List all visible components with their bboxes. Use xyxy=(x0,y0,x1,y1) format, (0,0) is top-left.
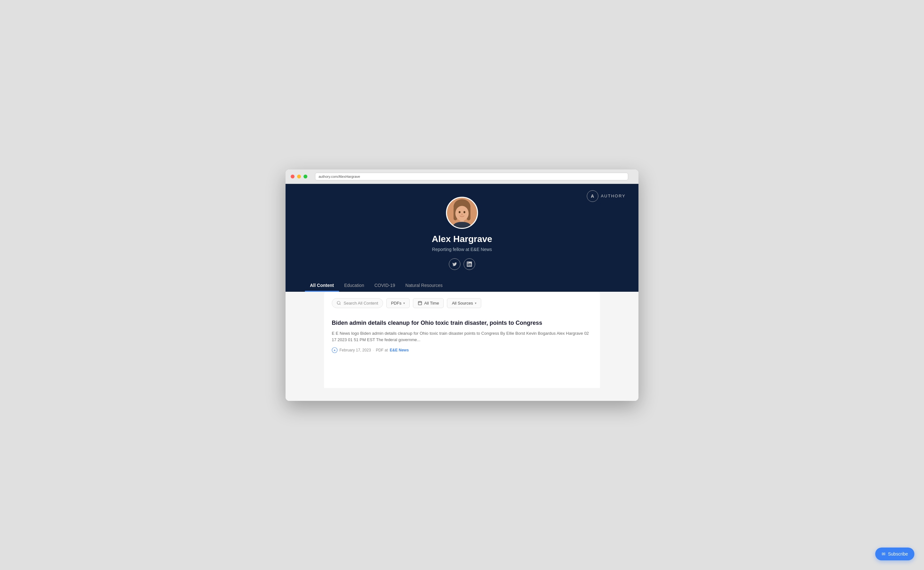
url-bar[interactable]: authory.com/AlexHargrave xyxy=(315,173,628,180)
sources-filter[interactable]: All Sources ▾ xyxy=(447,298,481,308)
logo-icon: A xyxy=(587,190,598,202)
chevron-down-icon-sources: ▾ xyxy=(475,301,476,305)
browser-window: authory.com/AlexHargrave A AUTHORY xyxy=(286,170,638,401)
author-name: Alex Hargrave xyxy=(286,234,638,244)
article-type: PDF at xyxy=(376,348,387,352)
close-button[interactable] xyxy=(291,175,295,178)
sources-filter-label: All Sources xyxy=(452,301,473,305)
svg-point-6 xyxy=(464,211,465,213)
article-source-link[interactable]: E&E News xyxy=(390,348,409,352)
article-date: February 17, 2023 xyxy=(340,348,371,352)
search-input[interactable]: Search All Content xyxy=(332,298,383,308)
meta-separator: · xyxy=(373,348,374,352)
content-area: Search All Content PDFs ▾ All Time xyxy=(324,292,600,388)
social-links xyxy=(286,258,638,270)
authory-icon: A xyxy=(332,347,338,353)
browser-chrome: authory.com/AlexHargrave xyxy=(286,170,638,184)
calendar-icon xyxy=(418,301,422,305)
author-title: Reporting fellow at E&E News xyxy=(286,247,638,252)
tab-natural-resources[interactable]: Natural Resources xyxy=(401,279,448,292)
time-filter[interactable]: All Time xyxy=(413,298,444,308)
svg-text:A: A xyxy=(333,349,336,352)
chevron-down-icon: ▾ xyxy=(403,301,405,305)
hero-section: A AUTHORY xyxy=(286,184,638,292)
subscribe-button[interactable]: ✉ Subscribe xyxy=(875,547,914,560)
avatar-image xyxy=(447,198,477,228)
search-icon xyxy=(337,301,341,305)
article-card: Biden admin details cleanup for Ohio tox… xyxy=(332,316,592,357)
subscribe-label: Subscribe xyxy=(888,552,908,556)
article-excerpt: E E News logo Biden admin details cleanu… xyxy=(332,330,592,344)
filters-row: Search All Content PDFs ▾ All Time xyxy=(332,298,592,308)
tab-all-content[interactable]: All Content xyxy=(305,279,339,292)
logo-area: A AUTHORY xyxy=(587,190,626,202)
url-text: authory.com/AlexHargrave xyxy=(318,175,360,178)
avatar xyxy=(446,197,478,229)
search-placeholder: Search All Content xyxy=(344,301,378,305)
mail-icon: ✉ xyxy=(882,552,886,556)
svg-point-5 xyxy=(459,211,461,213)
time-filter-label: All Time xyxy=(424,301,439,305)
twitter-link[interactable] xyxy=(449,258,460,270)
authory-logo-small: A xyxy=(332,347,338,353)
maximize-button[interactable] xyxy=(303,175,307,178)
svg-point-9 xyxy=(337,301,340,304)
type-filter[interactable]: PDFs ▾ xyxy=(386,298,410,308)
tab-covid19[interactable]: COVID-19 xyxy=(369,279,401,292)
type-filter-label: PDFs xyxy=(391,301,402,305)
minimize-button[interactable] xyxy=(297,175,301,178)
article-meta: A February 17, 2023 · PDF at E&E News xyxy=(332,347,592,353)
article-title[interactable]: Biden admin details cleanup for Ohio tox… xyxy=(332,319,592,327)
linkedin-link[interactable] xyxy=(464,258,475,270)
svg-point-4 xyxy=(455,206,468,221)
tabs-nav: All Content Education COVID-19 Natural R… xyxy=(286,279,638,292)
logo-text: AUTHORY xyxy=(601,193,626,198)
tab-education[interactable]: Education xyxy=(339,279,369,292)
svg-rect-10 xyxy=(418,301,422,305)
